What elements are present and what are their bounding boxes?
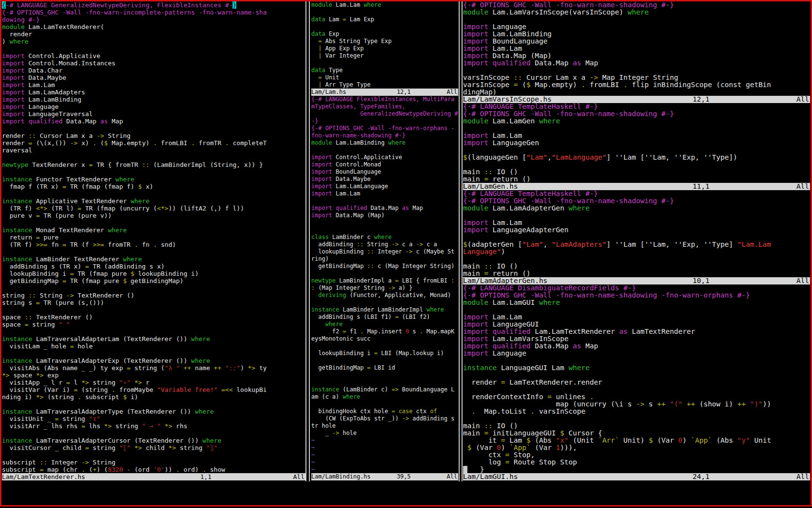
- code-area-lamgui[interactable]: {-# LANGUAGE DisambiguateRecordFields #-…: [463, 284, 810, 473]
- code-token: as: [619, 328, 627, 335]
- code-area-lam[interactable]: module Lam.Lam where data Lam = Lam Exp …: [311, 1, 458, 89]
- vim-statusline[interactable]: Lam/Lam.hs 12,1 All: [311, 89, 458, 96]
- code-token: import: [463, 226, 488, 234]
- code-line: import Lam.Lam: [2, 81, 305, 89]
- code-token: =: [127, 364, 130, 372]
- code-token: ] ''Lam [''Lam, ''Exp, ''Type]: [607, 241, 738, 248]
- vim-statusline[interactable]: Lam/LamGUI.hs 24,1 All: [463, 473, 810, 480]
- code-token: space: [10, 372, 36, 379]
- code-token: ,: [543, 241, 551, 248]
- code-line: bindingHook ctx hole = case ctx of: [311, 408, 458, 415]
- code-token: 0: [497, 444, 501, 451]
- code-token: nding i): [2, 393, 36, 401]
- code-token: {-# LANGUAGE DisambiguateRecordFields #-…: [463, 284, 636, 292]
- code-token: '0': [153, 466, 164, 473]
- code-line: [2, 284, 305, 292]
- code-token: >>=: [93, 241, 104, 248]
- code-token: i): [127, 393, 138, 401]
- code-token: module: [311, 1, 332, 8]
- code-token: Stop,: [509, 451, 535, 459]
- code-token: (ord: [130, 466, 153, 473]
- code-area-lamadaptergen[interactable]: {-# LANGUAGE TemplateHaskell #-}{-# OPTI…: [463, 190, 810, 277]
- code-token: Unit: [750, 437, 771, 444]
- code-line: import Language: [2, 103, 305, 110]
- code-token: import: [463, 139, 488, 147]
- code-line: ~: [311, 451, 458, 459]
- code-token: |: [318, 52, 321, 59]
- code-token: ~: [311, 466, 315, 473]
- code-token: Lam.Lam: [488, 314, 522, 321]
- code-token: Cursor {: [565, 430, 603, 437]
- code-token: {-# OPTIONS_GHC -Wall -fno-warn-name-sha…: [463, 292, 750, 299]
- code-token: {-# LANGUAGE FlexibleInstances, MultiPar…: [311, 96, 454, 103]
- code-token: ::: [40, 459, 47, 466]
- code-line: [463, 147, 810, 154]
- code-token: "Lam.Lam: [737, 241, 771, 248]
- code-token: *>: [134, 444, 142, 451]
- code-line: import Lam.Lam: [311, 190, 458, 197]
- status-cursor-position: 39,5: [397, 473, 438, 480]
- code-token: fn: [47, 241, 62, 248]
- code-token: render: [463, 379, 501, 386]
- code-token: " → ": [142, 422, 161, 430]
- code-area-lamtextrenderer[interactable]: {-# LANGUAGE GeneralizedNewtypeDeriving,…: [2, 1, 305, 473]
- vim-statusline[interactable]: Lam/LamAdapterGen.hs 10,1 All: [463, 277, 810, 284]
- vim-statusline[interactable]: Lam/LamTextRenderer.hs 1,1 All: [2, 473, 305, 480]
- code-token: lookupBinding i: [311, 350, 374, 357]
- code-token: ctx: [463, 451, 505, 459]
- code-token: IO (): [493, 168, 518, 176]
- code-token: ->: [590, 74, 598, 81]
- code-token: Lam.Lam: [488, 219, 522, 226]
- code-token: string s: [2, 299, 36, 306]
- code-line: main = return (): [463, 176, 810, 183]
- vim-statusline[interactable]: Lam/LamVarsInScope.hs 12,1 All: [463, 96, 810, 103]
- code-line: string :: String -> TextRenderer (): [2, 292, 305, 299]
- code-line: instance LamTraversalAdapterLam (TextRen…: [2, 335, 305, 343]
- code-line: module Lam.Lam where: [311, 1, 458, 9]
- code-token: visitVar (Var i): [2, 386, 74, 393]
- code-line: dingMap): [463, 89, 810, 96]
- code-token: flip inBindingScope (const getBin: [628, 81, 771, 89]
- code-token: $: [463, 154, 467, 161]
- code-token: tr hole: [311, 422, 336, 429]
- code-token: TR (addBinding s x): [89, 263, 165, 270]
- code-token: ::: [484, 263, 493, 270]
- code-line: [311, 197, 458, 205]
- code-token: Map.toList: [476, 408, 531, 415]
- code-area-lamgen[interactable]: {-# LANGUAGE TemplateHaskell #-}{-# OPTI…: [463, 103, 810, 183]
- code-area-lambinding[interactable]: {-# LANGUAGE FlexibleInstances, MultiPar…: [311, 96, 458, 473]
- status-filename: Lam/LamTextRenderer.hs: [2, 473, 200, 480]
- code-line: where: [311, 321, 458, 328]
- code-line: import Lam.Lam: [463, 219, 810, 226]
- code-line: import qualified Data.Map as Map: [311, 205, 458, 212]
- code-token: deriving: [318, 292, 346, 299]
- code-token: c (Maybe St: [413, 248, 455, 255]
- vim-statusline[interactable]: Lam/LamBinding.hs 39,5 All: [311, 473, 458, 480]
- code-token: =: [318, 74, 321, 81]
- code-token: ++: [184, 364, 191, 372]
- code-token: where: [363, 1, 381, 8]
- terminal-right: {-# OPTIONS_GHC -Wall -fno-warn-name-sha…: [463, 1, 810, 481]
- code-token: Lam.Lam: [332, 190, 360, 197]
- code-line: data Lam = Lam Exp: [311, 16, 458, 23]
- code-token: ~: [311, 459, 315, 465]
- code-line: newtype TextRenderer x = TR { fromTR :: …: [2, 161, 305, 168]
- code-token: [395, 408, 398, 415]
- code-token: TextRenderer (): [74, 292, 134, 299]
- code-token: Map.insert: [363, 328, 406, 335]
- code-area-lamvarsinscope[interactable]: {-# OPTIONS_GHC -Wall -fno-warn-name-sha…: [463, 1, 810, 96]
- code-token: where: [374, 234, 392, 240]
- pane-separator-left-a: [305, 1, 306, 481]
- code-token: instance: [2, 197, 32, 205]
- vim-split-lamadaptergen: {-# LANGUAGE TemplateHaskell #-}{-# OPTI…: [463, 190, 810, 284]
- code-token: as: [573, 60, 581, 67]
- code-token: ::: [142, 161, 150, 168]
- vim-statusline[interactable]: Lam/LamGen.hs 11,1 All: [463, 183, 810, 190]
- code-line: import Data.Map (Map): [311, 212, 458, 219]
- code-token: .: [134, 241, 138, 248]
- code-line: {-# OPTIONS_GHC -Wall -fno-warn-orphans …: [311, 125, 458, 132]
- code-token: render: [2, 30, 32, 38]
- code-token: (Var: [531, 444, 556, 451]
- code-line: visitVar (Var i) = (string . fromMaybe "…: [2, 386, 305, 393]
- code-token: *>: [165, 422, 173, 430]
